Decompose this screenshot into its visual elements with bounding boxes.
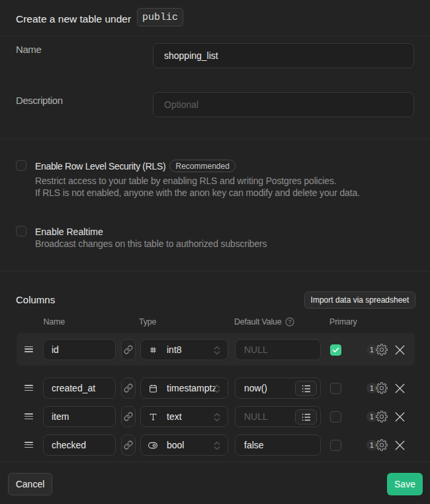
svg-text:?: ?	[288, 319, 292, 325]
